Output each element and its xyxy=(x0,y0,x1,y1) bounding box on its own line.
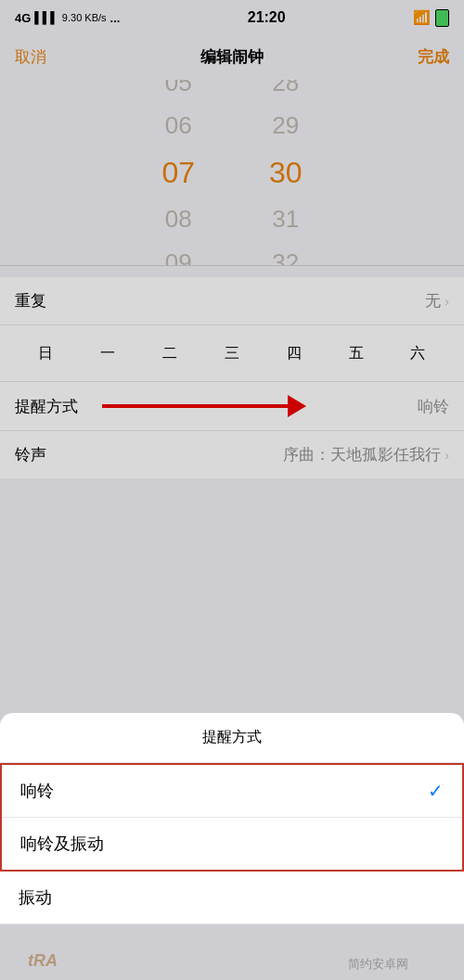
popup-overlay[interactable]: 提醒方式 响铃 ✓ 响铃及振动 振动 xyxy=(0,0,464,980)
popup-option-vibrate-label: 振动 xyxy=(19,886,52,909)
popup-option-ring-label: 响铃 xyxy=(20,780,54,802)
popup-sheet: 提醒方式 响铃 ✓ 响铃及振动 振动 xyxy=(0,713,464,924)
popup-option-vibrate[interactable]: 振动 xyxy=(0,872,464,924)
checkmark-icon: ✓ xyxy=(428,780,444,802)
popup-title: 提醒方式 xyxy=(0,713,464,763)
popup-option-ring[interactable]: 响铃 ✓ xyxy=(2,765,462,818)
popup-option-ring-vibrate[interactable]: 响铃及振动 xyxy=(2,818,462,870)
popup-options-bordered: 响铃 ✓ 响铃及振动 xyxy=(0,763,464,872)
popup-option-ring-vibrate-label: 响铃及振动 xyxy=(20,833,104,855)
